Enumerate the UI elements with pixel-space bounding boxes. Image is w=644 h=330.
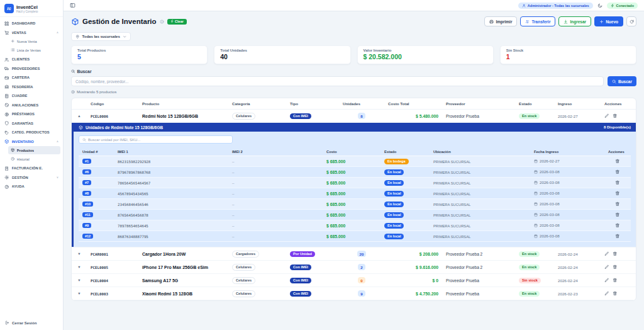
sidebar-item-productos[interactable]: Productos: [8, 146, 60, 154]
delete-button[interactable]: [613, 291, 618, 296]
delete-button[interactable]: [613, 265, 618, 270]
sidebar-item-tesoreria[interactable]: TESORERÍA: [0, 82, 63, 92]
product-row-pcel0003[interactable]: ▾PCEL0003Xiaomi Redmi 15 128GBCelularesC…: [72, 287, 636, 300]
list-icon: [11, 48, 15, 52]
app-root: ic InventCel Fácil y Completo DASHBOARDV…: [0, 0, 644, 330]
units-column-ubicacion: Ubicación: [430, 147, 530, 156]
calendar-icon: [534, 181, 538, 185]
ingress-button[interactable]: Ingresar: [558, 16, 591, 26]
brand: ic InventCel Fácil y Completo: [0, 0, 63, 17]
units-column-unidad: Unidad #: [79, 147, 114, 156]
history-icon: [11, 157, 15, 161]
logout-button[interactable]: Cerrar Sesión: [0, 316, 63, 330]
sidebar-item-cartera[interactable]: CARTERA: [0, 73, 63, 82]
search-input[interactable]: [71, 76, 604, 86]
sidebar-item-cuadre[interactable]: CUADRE: [0, 91, 63, 101]
product-code: PCEL0006: [91, 115, 108, 118]
grid-icon: [4, 21, 9, 26]
chevron-down-icon[interactable]: ▾: [78, 251, 80, 256]
unit-search-input[interactable]: [88, 138, 229, 142]
unit-delete-button[interactable]: [615, 223, 620, 228]
units-count-badge: 20: [357, 251, 367, 257]
edit-button[interactable]: [604, 265, 609, 270]
sidebar-item-anulaciones[interactable]: ANULACIONES: [0, 101, 63, 110]
theme-toggle-button[interactable]: [597, 3, 602, 8]
unit-delete-button[interactable]: [615, 159, 620, 164]
unit-number-badge: #1: [82, 159, 91, 164]
plus-icon: [599, 20, 604, 24]
refresh-button[interactable]: [626, 16, 636, 26]
product-code: PCEL0003: [91, 292, 108, 296]
tipo-badge: Con IMEI: [290, 113, 311, 119]
chevron-down-icon[interactable]: ▾: [78, 291, 80, 295]
edit-button[interactable]: [604, 251, 609, 256]
print-button[interactable]: Imprimir: [484, 16, 517, 26]
sidebar-item-proveedores[interactable]: PROVEEDORES: [0, 64, 63, 74]
column-header-codigo: Código: [87, 98, 138, 110]
unit-number-badge: #7: [82, 180, 91, 185]
product-name: Redmi Note 15 128GB/6GB: [142, 114, 198, 118]
delete-button[interactable]: [613, 251, 618, 256]
calendar-icon: [534, 213, 538, 217]
product-row-pcel0005[interactable]: ▾PCEL0005iPhone 17 Pro Max 256GB eSimCel…: [72, 261, 636, 274]
product-row-pcar0001[interactable]: ▾PCAR0001Cargador 1Hora 20WCargadoresPor…: [72, 248, 636, 261]
unit-delete-button[interactable]: [615, 180, 620, 185]
unit-delete-button[interactable]: [615, 212, 620, 217]
ingreso-date: 2026-02-23: [558, 292, 578, 296]
unit-delete-button[interactable]: [615, 202, 620, 207]
transfer-button[interactable]: Transferir: [520, 16, 555, 26]
summary-card-sin-stock: Sin Stock1: [500, 45, 636, 64]
unit-delete-button[interactable]: [615, 169, 620, 174]
clear-badge[interactable]: Clear: [167, 19, 187, 25]
chevron-down-icon[interactable]: ▾: [78, 278, 80, 282]
units-column-imei-1: IMEI 1: [114, 147, 228, 156]
edit-button[interactable]: [604, 291, 609, 296]
column-header-tipo: Tipo: [286, 98, 339, 110]
sidebar-item-facturacion-e[interactable]: FACTURACIÓN E.: [0, 164, 63, 173]
units-panel: Unidades de Redmi Note 15 128GB/6GB8 Dis…: [72, 123, 636, 247]
info-icon[interactable]: [160, 20, 164, 24]
delete-button[interactable]: [613, 278, 618, 283]
product-code: PCAR0001: [91, 253, 108, 256]
unit-delete-button[interactable]: [615, 191, 620, 196]
admin-badge[interactable]: Administrador - Todas las sucursales: [518, 3, 593, 9]
sidebar-item-historial[interactable]: Historial: [8, 155, 60, 163]
edit-button[interactable]: [604, 278, 609, 283]
refresh-icon: [630, 20, 634, 24]
sidebar-item-dashboard[interactable]: DASHBOARD: [0, 19, 63, 28]
estado-badge: En stock: [519, 291, 540, 297]
product-row-pcel0004[interactable]: ▾PCEL0004Samsung A17 5GCelularesCon IMEI…: [72, 274, 636, 287]
search-button[interactable]: Buscar: [608, 76, 636, 86]
branch-selector[interactable]: Todas las sucursales: [71, 32, 131, 41]
new-button[interactable]: Nuevo: [594, 16, 623, 26]
product-name: Cargador 1Hora 20W: [142, 252, 186, 256]
sidebar-item-gestion[interactable]: GESTIÓN∨: [0, 173, 63, 183]
chevron-down-icon[interactable]: ▾: [78, 265, 80, 269]
units-panel-title: Unidades de Redmi Note 15 128GB/6GB: [86, 125, 163, 130]
shield-icon: [4, 121, 9, 126]
sidebar-toggle-button[interactable]: [70, 3, 75, 8]
sidebar-item-inventario[interactable]: INVENTARIO∧: [0, 137, 63, 147]
edit-button[interactable]: [604, 113, 609, 118]
download-icon: [564, 20, 568, 24]
unit-date: 2026-03-08: [540, 180, 560, 185]
units-header-row: Unidad #IMEI 1IMEI 2CostoEstadoUbicación…: [79, 147, 631, 156]
sidebar-item-nueva-venta[interactable]: Nueva Venta: [8, 37, 60, 45]
imei-1: 23456846456546: [118, 203, 148, 207]
units-column-costo: Costo: [323, 147, 380, 156]
calendar-icon: [534, 224, 538, 227]
sidebar-item-ayuda[interactable]: AYUDA: [0, 182, 63, 191]
sidebar-item-lista-de-ventas[interactable]: Lista de Ventas: [8, 46, 60, 54]
product-row-pcel0006[interactable]: ▴PCEL0006Redmi Note 15 128GB/6GBCelulare…: [72, 110, 636, 123]
unit-date: 2026-03-08: [540, 212, 560, 217]
units-count-badge: 2: [358, 264, 365, 270]
sidebar-item-ventas[interactable]: VENTAS∧: [0, 28, 63, 38]
sidebar-item-prestamos[interactable]: PRÉSTAMOS: [0, 110, 63, 119]
delete-button[interactable]: [613, 113, 618, 118]
unit-delete-button[interactable]: [615, 234, 620, 239]
sidebar-item-garantias[interactable]: GARANTÍAS: [0, 119, 63, 128]
sidebar-item-clientes[interactable]: CLIENTES: [0, 55, 63, 64]
sidebar-item-categ-productos[interactable]: CATEG. PRODUCTOS: [0, 128, 63, 137]
chevron-up-icon[interactable]: ▴: [78, 113, 80, 118]
unit-location: PRIMERA SUCURSAL: [433, 203, 470, 207]
